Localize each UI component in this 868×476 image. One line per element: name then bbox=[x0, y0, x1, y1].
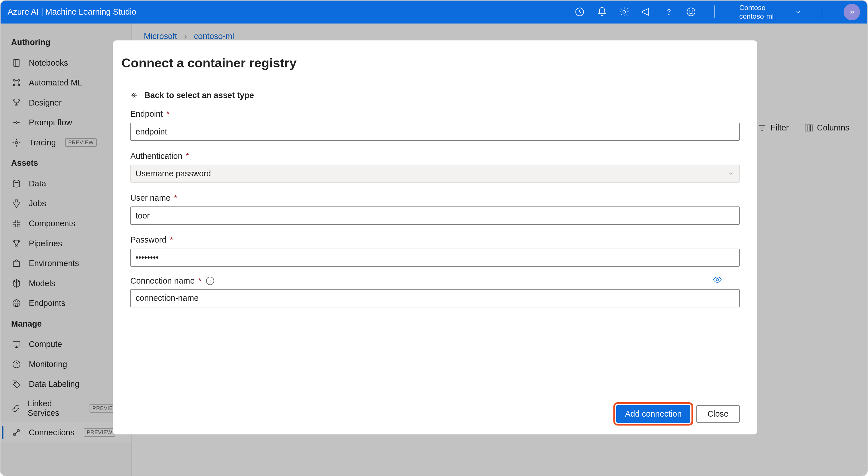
connection-name-input[interactable] bbox=[130, 289, 740, 307]
svg-point-2 bbox=[669, 14, 669, 15]
brand-title: Azure AI | Machine Learning Studio bbox=[8, 7, 575, 16]
endpoint-label: Endpoint * bbox=[130, 109, 169, 118]
dialog-title: Connect a container registry bbox=[121, 56, 739, 71]
info-icon[interactable]: i bbox=[206, 277, 214, 285]
separator bbox=[820, 5, 821, 19]
dialog-connect-container-registry: Connect a container registry Back to sel… bbox=[113, 40, 757, 434]
svg-point-3 bbox=[687, 8, 695, 16]
connection-name-label: Connection name * bbox=[130, 276, 202, 285]
smile-icon[interactable] bbox=[686, 7, 696, 17]
username-input[interactable] bbox=[130, 206, 740, 225]
account-name: Contoso bbox=[739, 3, 765, 12]
add-connection-button[interactable]: Add connection bbox=[616, 405, 691, 423]
megaphone-icon[interactable] bbox=[641, 7, 652, 17]
username-label: User name * bbox=[130, 193, 177, 202]
svg-point-5 bbox=[692, 11, 693, 11]
close-button[interactable]: Close bbox=[696, 405, 740, 423]
history-icon[interactable] bbox=[575, 7, 585, 17]
eye-icon[interactable] bbox=[713, 275, 722, 287]
account-switcher[interactable]: Contoso contoso-ml bbox=[739, 3, 774, 20]
avatar[interactable]: ∞ bbox=[844, 4, 860, 20]
chevron-down-icon[interactable] bbox=[793, 7, 803, 17]
password-input[interactable] bbox=[130, 249, 740, 267]
back-button[interactable]: Back to select an asset type bbox=[130, 91, 740, 100]
svg-point-4 bbox=[689, 11, 690, 11]
workspace-name: contoso-ml bbox=[739, 12, 774, 20]
gear-icon[interactable] bbox=[619, 7, 629, 17]
help-icon[interactable] bbox=[663, 7, 674, 17]
auth-select[interactable]: Username password bbox=[130, 165, 740, 183]
endpoint-input[interactable] bbox=[130, 123, 740, 141]
svg-point-1 bbox=[623, 11, 625, 13]
auth-label: Authentication * bbox=[130, 151, 189, 161]
svg-point-33 bbox=[716, 278, 718, 281]
bell-icon[interactable] bbox=[597, 7, 608, 17]
password-label: Password * bbox=[130, 235, 173, 244]
back-label: Back to select an asset type bbox=[144, 91, 254, 100]
separator bbox=[714, 5, 715, 19]
chevron-down-icon bbox=[727, 170, 735, 177]
auth-value: Username password bbox=[135, 169, 211, 178]
